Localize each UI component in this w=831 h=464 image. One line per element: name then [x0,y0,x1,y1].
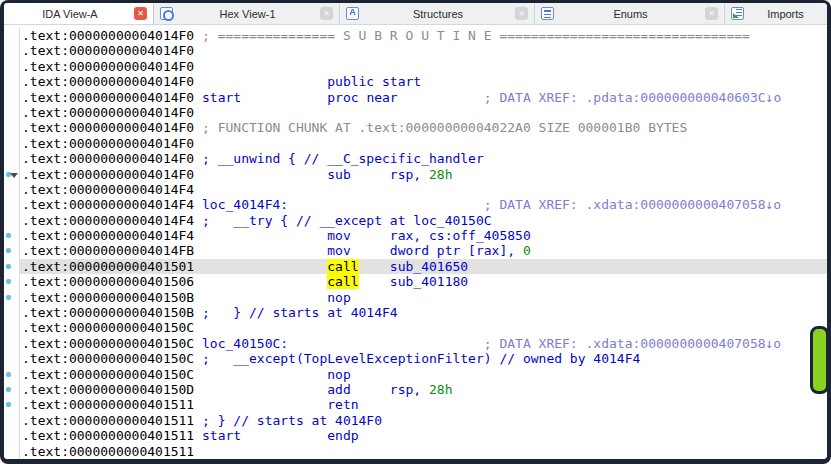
patched-byte-dot-icon [6,372,11,377]
listing-line[interactable]: .text:00000000004014F0 [4,59,827,74]
line-gutter [4,197,20,212]
code-segment: ; DATA XREF: .pdata:000000000040603C↓o [398,90,782,105]
line-gutter [4,213,20,228]
code-text: .text:00000000004014FB mov dword ptr [ra… [20,243,827,258]
code-text: .text:0000000000401501 call sub_401650 [20,259,827,274]
code-text: .text:00000000004014F0 ; FUNCTION CHUNK … [20,120,827,135]
code-text: .text:00000000004014F0 sub rsp, 28h [20,167,827,182]
code-segment: 0 [523,243,531,258]
listing-line[interactable]: .text:00000000004014F0 public start [4,74,827,89]
close-tab-icon[interactable]: ✕ [515,7,528,20]
listing-line[interactable]: .text:00000000004014F4 [4,182,827,197]
listing-line[interactable]: .text:0000000000401511 [4,444,827,459]
close-tab-icon[interactable]: ✕ [134,7,147,20]
code-segment: proc near [241,90,398,105]
ida-inner-panel: IDA View-A ✕ Hex View-1 ✕ Structures ✕ E… [4,3,827,459]
line-gutter [4,351,20,366]
code-segment: ; DATA XREF: .xdata:0000000000407058↓o [288,197,781,212]
patched-byte-dot-icon [6,279,11,284]
listing-line-selected[interactable]: .text:0000000000401501 call sub_401650 [4,259,827,274]
tab-label: Enums [560,8,701,20]
tab-structures[interactable]: Structures ✕ [340,3,535,24]
listing-line[interactable]: .text:000000000040150B nop [4,290,827,305]
listing-line[interactable]: .text:0000000000401506 call sub_401180 [4,274,827,289]
code-segment: call [327,274,358,289]
listing-line[interactable]: .text:000000000040150C nop [4,367,827,382]
tab-imports[interactable]: Imports [725,3,827,24]
line-gutter [4,90,20,105]
code-segment: .text:00000000004014F0 [22,151,194,166]
code-segment: .text:000000000040150C [22,320,194,335]
code-segment: .text:0000000000401501 [22,259,194,274]
code-segment: endp [241,428,358,443]
code-segment: 28h [429,382,452,397]
listing-line[interactable]: .text:000000000040150D add rsp, 28h [4,382,827,397]
code-segment: .text:0000000000401511 [22,428,194,443]
code-segment: nop [194,290,351,305]
line-gutter [4,382,20,397]
listing-line[interactable]: .text:00000000004014F4 loc_4014F4: ; DAT… [4,197,827,212]
listing-line[interactable]: .text:0000000000401511 ; } // starts at … [4,413,827,428]
tab-label: Structures [365,8,511,20]
listing-line[interactable]: .text:0000000000401511 start endp [4,428,827,443]
listing-line[interactable]: .text:000000000040150C loc_40150C: ; DAT… [4,336,827,351]
code-text: .text:00000000004014F0 start proc near ;… [20,90,827,105]
patched-byte-dot-icon [6,295,11,300]
patched-byte-dot-icon [6,233,11,238]
code-segment: ; } // starts at 4014F0 [194,413,382,428]
code-text: .text:00000000004014F0 ; ===============… [20,28,827,43]
tab-hex-view-1[interactable]: Hex View-1 ✕ [154,3,340,24]
code-segment: .text:000000000040150B [22,305,194,320]
listing-line[interactable]: .text:00000000004014F0 sub rsp, 28h [4,167,827,182]
code-segment: 28h [429,167,452,182]
code-segment: .text:00000000004014F4 [22,197,194,212]
collapse-arrow-icon[interactable] [10,173,18,178]
listing-line[interactable]: .text:00000000004014FB mov dword ptr [ra… [4,243,827,258]
code-text: .text:00000000004014F0 [20,43,827,58]
code-segment: ; __unwind { // __C_specific_handler [194,151,484,166]
listing-line[interactable]: .text:00000000004014F0 ; ===============… [4,28,827,43]
tab-ida-view-a[interactable]: IDA View-A ✕ [4,3,154,24]
line-gutter [4,120,20,135]
listing-line[interactable]: .text:000000000040150C ; __except(TopLev… [4,351,827,366]
code-text: .text:00000000004014F0 [20,136,827,151]
hex-view-icon [160,7,173,20]
tab-label: Hex View-1 [179,8,316,20]
listing-line[interactable]: .text:00000000004014F4 ; __try { // __ex… [4,213,827,228]
code-segment: .text:00000000004014F0 [22,136,194,151]
listing-line[interactable]: .text:000000000040150C [4,320,827,335]
listing-line[interactable]: .text:00000000004014F0 ; FUNCTION CHUNK … [4,120,827,135]
code-segment [194,259,327,274]
close-tab-icon[interactable]: ✕ [320,7,333,20]
code-segment: .text:00000000004014F0 [22,105,194,120]
listing-line[interactable]: .text:00000000004014F4 mov rax, cs:off_4… [4,228,827,243]
tab-label: Imports [750,8,821,20]
disassembly-listing[interactable]: .text:00000000004014F0 ; ===============… [4,25,827,459]
tab-enums[interactable]: Enums ✕ [535,3,725,24]
code-segment: add rsp, [194,382,429,397]
code-segment: .text:00000000004014F4 [22,182,194,197]
code-text: .text:00000000004014F4 ; __try { // __ex… [20,213,827,228]
listing-line[interactable]: .text:000000000040150B ; } // starts at … [4,305,827,320]
code-segment: sub_401180 [359,274,469,289]
code-segment: .text:00000000004014F0 [22,74,194,89]
code-text: .text:000000000040150C [20,320,827,335]
highlight-marker [810,326,829,394]
listing-line[interactable]: .text:00000000004014F0 [4,105,827,120]
code-text: .text:000000000040150B nop [20,290,827,305]
code-segment: call [327,259,358,274]
listing-line[interactable]: .text:00000000004014F0 ; __unwind { // _… [4,151,827,166]
code-segment: .text:000000000040150C [22,336,194,351]
code-segment: .text:0000000000401506 [22,274,194,289]
code-segment: .text:000000000040150C [22,351,194,366]
code-segment: .text:00000000004014FB [22,243,194,258]
ida-window: IDA View-A ✕ Hex View-1 ✕ Structures ✕ E… [0,0,831,464]
close-tab-icon[interactable]: ✕ [705,7,718,20]
listing-line[interactable]: .text:0000000000401511 retn [4,397,827,412]
line-gutter [4,151,20,166]
listing-line[interactable]: .text:00000000004014F0 [4,136,827,151]
line-gutter [4,444,20,459]
code-segment: sub rsp, [194,167,429,182]
listing-line[interactable]: .text:00000000004014F0 [4,43,827,58]
listing-line[interactable]: .text:00000000004014F0 start proc near ;… [4,90,827,105]
